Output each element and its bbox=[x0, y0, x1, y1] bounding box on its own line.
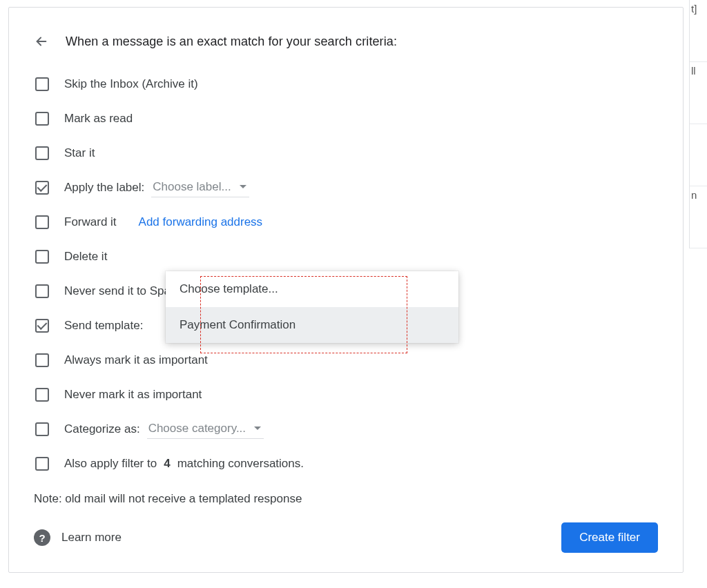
add-forwarding-address-link[interactable]: Add forwarding address bbox=[139, 215, 263, 229]
option-skip-inbox[interactable]: Skip the Inbox (Archive it) bbox=[34, 72, 658, 96]
option-forward[interactable]: Forward it Add forwarding address bbox=[34, 210, 658, 234]
categorize-dropdown-text: Choose category... bbox=[148, 422, 246, 435]
label-always-important: Always mark it as important bbox=[64, 353, 658, 367]
panel-title: When a message is an exact match for you… bbox=[66, 35, 397, 49]
panel-header: When a message is an exact match for you… bbox=[34, 34, 658, 49]
label-also-apply-suffix: matching conversations. bbox=[177, 457, 304, 471]
learn-more-text: Learn more bbox=[61, 531, 122, 545]
checkbox-mark-read[interactable] bbox=[35, 112, 49, 126]
option-also-apply[interactable]: Also apply filter to 4 matching conversa… bbox=[34, 452, 658, 476]
label-skip-inbox: Skip the Inbox (Archive it) bbox=[64, 77, 658, 91]
template-option-payment-confirmation[interactable]: Payment Confirmation bbox=[166, 307, 458, 343]
checkbox-apply-label[interactable] bbox=[35, 181, 49, 195]
checkbox-never-important[interactable] bbox=[35, 388, 49, 402]
option-categorize[interactable]: Categorize as: Choose category... bbox=[34, 418, 658, 441]
option-mark-read[interactable]: Mark as read bbox=[34, 107, 658, 130]
panel-footer: ? Learn more Create filter bbox=[34, 522, 658, 553]
checkbox-skip-inbox[interactable] bbox=[35, 77, 49, 91]
option-never-important[interactable]: Never mark it as important bbox=[34, 383, 658, 406]
label-apply-label-prefix: Apply the label: bbox=[64, 181, 144, 195]
checkbox-never-spam[interactable] bbox=[35, 284, 49, 298]
create-filter-button[interactable]: Create filter bbox=[561, 522, 658, 553]
checkbox-forward[interactable] bbox=[35, 215, 49, 229]
checkbox-send-template[interactable] bbox=[35, 319, 49, 333]
checkbox-delete[interactable] bbox=[35, 250, 49, 264]
back-arrow-icon[interactable] bbox=[34, 34, 49, 49]
categorize-dropdown[interactable]: Choose category... bbox=[147, 420, 264, 439]
checkbox-star[interactable] bbox=[35, 146, 49, 160]
caret-down-icon bbox=[254, 427, 261, 430]
template-option-choose[interactable]: Choose template... bbox=[166, 271, 458, 307]
checkbox-always-important[interactable] bbox=[35, 353, 49, 367]
label-delete: Delete it bbox=[64, 250, 658, 264]
label-send-template-prefix: Send template: bbox=[64, 319, 143, 333]
option-delete[interactable]: Delete it bbox=[34, 245, 658, 268]
label-also-apply-prefix: Also apply filter to bbox=[64, 457, 157, 471]
label-forward: Forward it bbox=[64, 215, 117, 229]
also-apply-count: 4 bbox=[164, 457, 170, 471]
checkbox-also-apply[interactable] bbox=[35, 457, 49, 471]
apply-label-dropdown-text: Choose label... bbox=[153, 180, 231, 194]
template-note: Note: old mail will not receive a templa… bbox=[34, 492, 658, 506]
checkbox-categorize[interactable] bbox=[35, 422, 49, 436]
caret-down-icon bbox=[240, 185, 246, 188]
template-dropdown-popover: Choose template... Payment Confirmation bbox=[166, 271, 458, 343]
label-categorize-prefix: Categorize as: bbox=[64, 422, 140, 436]
label-star: Star it bbox=[64, 146, 658, 160]
option-apply-label[interactable]: Apply the label: Choose label... bbox=[34, 176, 658, 199]
background-mail-list: t] ll n bbox=[689, 0, 707, 248]
learn-more-link[interactable]: ? Learn more bbox=[34, 529, 122, 546]
label-never-important: Never mark it as important bbox=[64, 388, 658, 402]
label-mark-read: Mark as read bbox=[64, 112, 658, 126]
option-always-important[interactable]: Always mark it as important bbox=[34, 349, 658, 372]
option-star[interactable]: Star it bbox=[34, 141, 658, 165]
help-icon: ? bbox=[34, 529, 50, 546]
apply-label-dropdown[interactable]: Choose label... bbox=[151, 179, 249, 197]
